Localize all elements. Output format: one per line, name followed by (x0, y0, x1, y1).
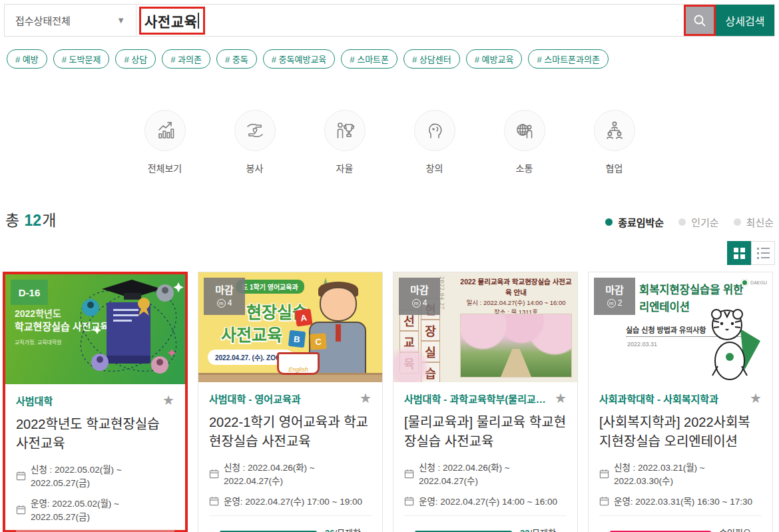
apply-period: 신청 : 2022.04.26(화) ~ 2022.04.27(수) (209, 460, 372, 487)
tag-dobak[interactable]: # 도박문제 (53, 49, 110, 69)
course-thumbnail: 마감 m4 도 1학기 영어교육과 현장실습 사전교육 2022.04.27. … (198, 272, 382, 382)
abc-block: A (294, 308, 312, 326)
people-network-icon (594, 110, 635, 151)
result-header: 총 12개 종료임박순 인기순 최신순 (5, 208, 774, 230)
enrollment-progress: 36/무제한 (209, 515, 372, 532)
course-org: 사범대학 - 과학교육학부(물리교… (404, 392, 546, 405)
radio-dot-icon (605, 218, 613, 226)
search-input[interactable]: 사전교육 (136, 5, 676, 36)
advanced-search-button[interactable]: 상세검색 (716, 5, 774, 36)
closed-badge: 마감 m2 (594, 278, 635, 315)
radio-dot-icon (678, 218, 686, 226)
course-card-grid: D-16 2022학년도 학교현장실습 사전교육 교직가정, 교육대학원 (3, 272, 776, 532)
person-illustration (336, 324, 341, 342)
course-title: [사회복지학과] 2022사회복지현장실습 오리엔테이션 (599, 413, 762, 453)
blossom-decoration (393, 341, 435, 382)
course-thumbnail: D-16 2022학년도 학교현장실습 사전교육 교직가정, 교육대학원 (5, 274, 185, 384)
tag-yebang[interactable]: # 예방 (7, 49, 47, 69)
list-view-button[interactable] (751, 241, 775, 265)
course-thumbnail: 마감 m4 2022.04.27 선 교 육 현 장 실 습 2022 물리교육… (393, 272, 577, 382)
apply-period-text: 신청 : 2022.04.26(화) ~ 2022.04.27(수) (419, 460, 567, 487)
category-menu: 전체보기 봉사 자율 (0, 110, 779, 174)
course-card-3[interactable]: 마감 m4 2022.04.27 선 교 육 현 장 실 습 2022 물리교육… (393, 272, 578, 532)
category-creativity[interactable]: 창의 (414, 110, 455, 174)
person-trophy-icon (324, 110, 366, 151)
tag-sangdam-center[interactable]: # 상담센터 (403, 49, 460, 69)
calendar-icon (16, 505, 26, 515)
operate-period: 운영: 2022.04.27(수) 14:00 ~ 16:00 (404, 494, 567, 507)
total-number: 12 (25, 212, 42, 229)
m-circle-icon: m (217, 299, 226, 308)
sort-popularity[interactable]: 인기순 (678, 215, 718, 229)
m-circle-icon: m (412, 299, 421, 308)
enrollment-progress: 23/무제한 (404, 515, 567, 532)
closed-badge: 마감 m4 (204, 278, 245, 315)
tag-smartphone-gwauijon[interactable]: # 스마트폰과의존 (528, 49, 609, 69)
search-query-annotation: 사전교육 (139, 7, 205, 35)
closed-count: 4 (228, 298, 232, 308)
text-cursor (198, 13, 199, 29)
course-info: 사회과학대학 - 사회복지학과 ★ [사회복지학과] 2022사회복지현장실습 … (589, 382, 772, 532)
closed-count: 4 (423, 298, 427, 308)
favorite-star-icon[interactable]: ★ (750, 392, 762, 405)
apply-period: 신청 : 2022.05.02(월) ~ 2022.05.27(금) (16, 462, 174, 489)
search-bar: 접수상태전체 ▼ 사전교육 · 상세검색 (4, 4, 775, 37)
apply-period-text: 신청 : 2022.04.26(화) ~ 2022.04.27(수) (224, 460, 372, 487)
status-filter-dropdown[interactable]: 접수상태전체 ▼ (5, 5, 136, 36)
category-volunteer[interactable]: 봉사 (234, 110, 276, 174)
category-communication[interactable]: 소통 (504, 110, 545, 174)
calendar-icon (404, 469, 414, 479)
closed-badge: 마감 m4 (399, 278, 440, 315)
enroll-number: 23 (520, 528, 529, 532)
chart-growth-icon (144, 110, 186, 151)
category-autonomy[interactable]: 자율 (324, 110, 366, 174)
grid-view-button[interactable] (727, 241, 751, 265)
status-filter-value: 접수상태전체 (15, 13, 71, 27)
sort-newest[interactable]: 최신순 (734, 215, 774, 229)
category-all[interactable]: 전체보기 (144, 110, 186, 174)
apply-period-text: 신청 : 2022.05.02(월) ~ 2022.05.27(금) (31, 462, 174, 489)
category-label: 창의 (426, 161, 443, 174)
course-card-1[interactable]: D-16 2022학년도 학교현장실습 사전교육 교직가정, 교육대학원 (3, 272, 188, 532)
favorite-star-icon[interactable]: ★ (162, 394, 174, 407)
enroll-suffix: /무제한 (335, 528, 362, 532)
course-thumbnail: 마감 m2 회복지현장실습을 위한 리엔테이션 DAEGU 실습 신청 방법과 … (589, 272, 772, 382)
category-collaboration[interactable]: 협업 (594, 110, 635, 174)
favorite-star-icon[interactable]: ★ (555, 392, 567, 405)
thumb-banner: 도 1학기 영어교육과 (236, 280, 304, 294)
abc-block: B (288, 330, 306, 348)
university-logo: DAEGU (741, 279, 767, 286)
calendar-icon (599, 496, 609, 506)
course-title: 2022학년도 학교현장실습 사전교육 (16, 415, 174, 455)
thumb-text: 교직가정, 교육대학원 (15, 338, 62, 346)
sort-ending-soon[interactable]: 종료임박순 (605, 215, 664, 229)
search-query-text: 사전교육 (144, 11, 197, 31)
closed-label: 마감 (594, 282, 635, 296)
category-label: 소통 (516, 161, 533, 174)
tag-jungdok[interactable]: # 중독 (216, 49, 257, 69)
tag-list: # 예방 # 도박문제 # 상담 # 과의존 # 중독 # 중독예방교육 # 스… (7, 49, 772, 69)
operate-period: 운영: 2022.03.31(목) 16:30 ~ 17:30 (599, 494, 762, 507)
favorite-star-icon[interactable]: ★ (360, 392, 372, 405)
course-info: 사범대학 - 과학교육학부(물리교… ★ [물리교육과] 물리교육 학교현장실습… (393, 382, 577, 532)
dday-badge: D-16 (11, 280, 48, 305)
course-card-2[interactable]: 마감 m4 도 1학기 영어교육과 현장실습 사전교육 2022.04.27. … (198, 272, 383, 532)
tag-smartphone[interactable]: # 스마트폰 (341, 49, 397, 69)
cherry-blossom-photo (460, 314, 572, 378)
creative-head-icon (414, 110, 455, 151)
tag-jungdok-yebang[interactable]: # 중독예방교육 (263, 49, 336, 69)
apply-period: 신청 : 2022.03.21(월) ~ 2022.03.30(수) (599, 460, 762, 487)
course-org: 사회과학대학 - 사회복지학과 (599, 392, 718, 405)
list-view-icon (757, 248, 770, 259)
tag-sangdam[interactable]: # 상담 (115, 49, 156, 69)
tag-gwauijon[interactable]: # 과의존 (162, 49, 210, 69)
course-org: 사범대학 - 영어교육과 (209, 392, 301, 405)
english-book-illustration: English (277, 352, 320, 375)
course-card-4[interactable]: 마감 m2 회복지현장실습을 위한 리엔테이션 DAEGU 실습 신청 방법과 … (588, 272, 773, 532)
operate-period: 운영: 2022.05.02(월) ~ 2022.05.27(금) (16, 496, 174, 523)
chevron-down-icon: ▼ (117, 15, 125, 25)
logo-mark-icon (741, 279, 748, 286)
closed-label: 마감 (399, 282, 440, 296)
search-button[interactable] (686, 7, 714, 34)
tag-yebang-gyoyuk[interactable]: # 예방교육 (466, 49, 523, 69)
